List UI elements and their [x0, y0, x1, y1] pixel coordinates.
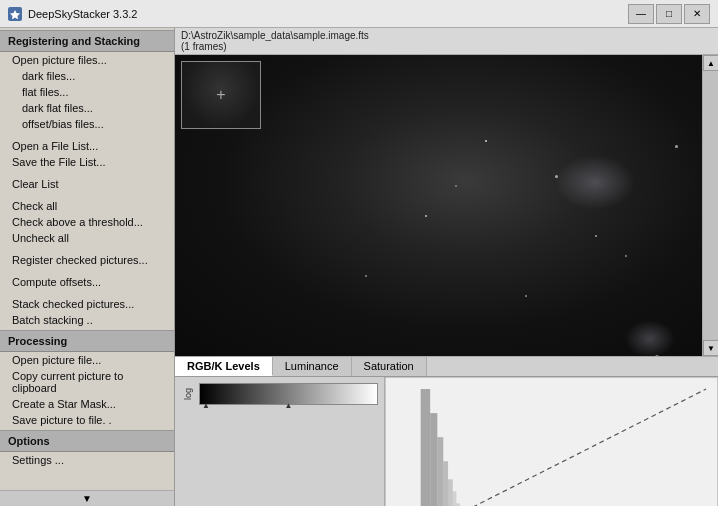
app-title: DeepSkyStacker 3.3.2	[28, 8, 137, 20]
svg-marker-0	[10, 10, 20, 19]
image-path-line2: (1 frames)	[181, 41, 712, 52]
main-layout: Registering and Stacking Open picture fi…	[0, 28, 718, 506]
sidebar-item-save-file-list[interactable]: Save the File List...	[0, 154, 174, 170]
minimize-button[interactable]: —	[628, 4, 654, 24]
star-7	[595, 235, 597, 237]
title-bar-left: DeepSkyStacker 3.3.2	[8, 7, 137, 21]
title-bar-controls: — □ ✕	[628, 4, 710, 24]
app-icon	[8, 7, 22, 21]
star-5	[675, 145, 678, 148]
levels-row: log ▲ ▲	[181, 383, 378, 405]
gradient-bar-container: ▲ ▲	[199, 383, 378, 405]
sidebar-item-flat-files[interactable]: flat files...	[0, 84, 174, 100]
svg-rect-6	[448, 479, 453, 506]
star-6	[525, 295, 527, 297]
sidebar-section-processing: Processing	[0, 330, 174, 352]
sidebar-item-offset-bias-files[interactable]: offset/bias files...	[0, 116, 174, 132]
sidebar-item-settings[interactable]: Settings ...	[0, 452, 174, 468]
sidebar-item-compute-offsets[interactable]: Compute offsets...	[0, 274, 174, 290]
star-1	[485, 140, 487, 142]
sidebar-item-open-picture-file[interactable]: Open picture file...	[0, 352, 174, 368]
gradient-bar: ▲ ▲	[199, 383, 378, 405]
sidebar: Registering and Stacking Open picture fi…	[0, 28, 175, 506]
image-path-bar: D:\AstroZik\sample_data\sample.image.fts…	[175, 28, 718, 55]
svg-rect-2	[421, 389, 431, 506]
levels-panel: log ▲ ▲	[175, 377, 385, 506]
star-10	[365, 275, 367, 277]
slider-mid[interactable]: ▲	[285, 401, 293, 410]
levels-log-label: log	[181, 386, 195, 402]
svg-rect-4	[437, 437, 443, 506]
image-panel[interactable]: +	[175, 55, 702, 356]
sidebar-item-create-star-mask[interactable]: Create a Star Mask...	[0, 396, 174, 412]
sidebar-item-copy-clipboard[interactable]: Copy current picture to clipboard	[0, 368, 174, 396]
tabs-bar: RGB/K Levels Luminance Saturation	[175, 357, 718, 377]
image-path-line1: D:\AstroZik\sample_data\sample.image.fts	[181, 30, 712, 41]
bottom-panel: RGB/K Levels Luminance Saturation log ▲ …	[175, 356, 718, 506]
maximize-button[interactable]: □	[656, 4, 682, 24]
histogram-panel	[385, 377, 718, 506]
sidebar-item-uncheck-all[interactable]: Uncheck all	[0, 230, 174, 246]
sidebar-item-dark-flat-files[interactable]: dark flat files...	[0, 100, 174, 116]
sidebar-item-stack-checked[interactable]: Stack checked pictures...	[0, 296, 174, 312]
scroll-down-button[interactable]: ▼	[703, 340, 718, 356]
svg-rect-5	[443, 461, 448, 506]
astro-image: +	[175, 55, 702, 356]
crosshair-icon: +	[216, 86, 225, 104]
tab-luminance[interactable]: Luminance	[273, 357, 352, 376]
slider-left[interactable]: ▲	[202, 401, 210, 410]
star-3	[425, 215, 427, 217]
sidebar-item-save-picture[interactable]: Save picture to file. .	[0, 412, 174, 428]
bottom-content: log ▲ ▲	[175, 377, 718, 506]
sidebar-section-options: Options	[0, 430, 174, 452]
sidebar-item-check-above[interactable]: Check above a threshold...	[0, 214, 174, 230]
right-scrollbar: ▲ ▼	[702, 55, 718, 356]
content-area: D:\AstroZik\sample_data\sample.image.fts…	[175, 28, 718, 506]
sidebar-item-batch-stacking[interactable]: Batch stacking ..	[0, 312, 174, 328]
scroll-up-button[interactable]: ▲	[703, 55, 718, 71]
chevron-down-icon: ▼	[82, 493, 92, 504]
sidebar-item-open-file-list[interactable]: Open a File List...	[0, 138, 174, 154]
sidebar-item-open-pictures[interactable]: Open picture files...	[0, 52, 174, 68]
galaxy-blob-2	[625, 320, 675, 356]
sidebar-scroll-down[interactable]: ▼	[0, 490, 174, 506]
title-bar: DeepSkyStacker 3.3.2 — □ ✕	[0, 0, 718, 28]
main-panels: +	[175, 55, 718, 356]
star-9	[455, 185, 457, 187]
tab-saturation[interactable]: Saturation	[352, 357, 427, 376]
sidebar-item-check-all[interactable]: Check all	[0, 198, 174, 214]
star-4	[625, 255, 627, 257]
scrollbar-track[interactable]	[703, 71, 718, 340]
thumbnail-box: +	[181, 61, 261, 129]
sidebar-item-dark-files[interactable]: dark files...	[0, 68, 174, 84]
sidebar-item-register-checked[interactable]: Register checked pictures...	[0, 252, 174, 268]
svg-rect-3	[430, 413, 437, 506]
sidebar-item-clear-list[interactable]: Clear List	[0, 176, 174, 192]
sidebar-section-registering: Registering and Stacking	[0, 30, 174, 52]
close-button[interactable]: ✕	[684, 4, 710, 24]
histogram-svg	[385, 377, 718, 506]
galaxy-blob	[555, 155, 635, 210]
tab-rgb-k-levels[interactable]: RGB/K Levels	[175, 357, 273, 376]
svg-rect-7	[453, 491, 457, 506]
